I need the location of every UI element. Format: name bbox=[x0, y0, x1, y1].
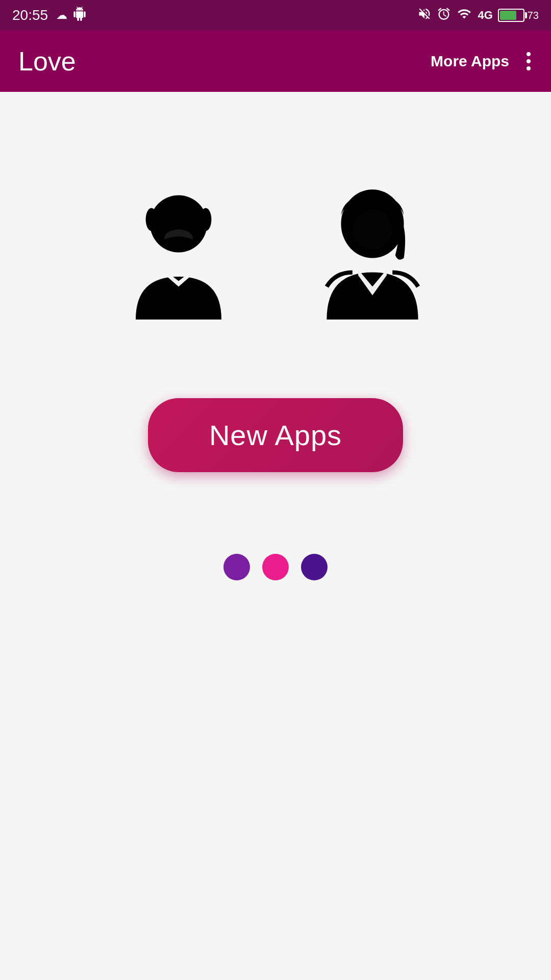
menu-dot-1 bbox=[527, 52, 531, 56]
svg-point-3 bbox=[146, 208, 157, 231]
cloud-icon: ☁ bbox=[56, 9, 67, 22]
status-bar-right: 4G 73 bbox=[417, 7, 539, 24]
dot-2-active[interactable] bbox=[262, 554, 289, 580]
dots-indicator bbox=[223, 554, 328, 580]
network-type: 4G bbox=[478, 9, 492, 22]
battery-percent: 73 bbox=[528, 10, 539, 21]
female-avatar bbox=[301, 184, 444, 327]
battery-fill bbox=[500, 11, 516, 20]
svg-point-7 bbox=[353, 209, 392, 249]
alarm-icon bbox=[437, 7, 451, 24]
overflow-menu-button[interactable] bbox=[524, 50, 533, 72]
status-bar-left: 20:55 ☁ bbox=[12, 7, 87, 24]
app-title: Love bbox=[18, 46, 76, 77]
new-apps-button[interactable]: New Apps bbox=[148, 398, 403, 472]
main-content: New Apps bbox=[0, 92, 551, 980]
app-bar-actions: More Apps bbox=[431, 50, 533, 72]
status-bar: 20:55 ☁ bbox=[0, 0, 551, 31]
dot-3[interactable] bbox=[301, 554, 328, 580]
battery-icon bbox=[498, 9, 524, 22]
battery-indicator: 73 bbox=[498, 9, 539, 22]
more-apps-button[interactable]: More Apps bbox=[431, 52, 509, 70]
status-time: 20:55 bbox=[12, 7, 48, 23]
mute-icon bbox=[417, 7, 432, 24]
menu-dot-2 bbox=[527, 59, 531, 63]
male-avatar bbox=[107, 184, 250, 327]
dot-1[interactable] bbox=[223, 554, 250, 580]
avatars-section bbox=[107, 184, 444, 327]
menu-dot-3 bbox=[527, 66, 531, 70]
signal-icon bbox=[456, 7, 472, 24]
status-icons: ☁ bbox=[56, 7, 87, 24]
android-icon bbox=[72, 7, 87, 24]
new-apps-label: New Apps bbox=[209, 419, 342, 451]
svg-point-2 bbox=[161, 237, 195, 251]
svg-point-4 bbox=[200, 208, 211, 231]
app-bar: Love More Apps bbox=[0, 31, 551, 92]
